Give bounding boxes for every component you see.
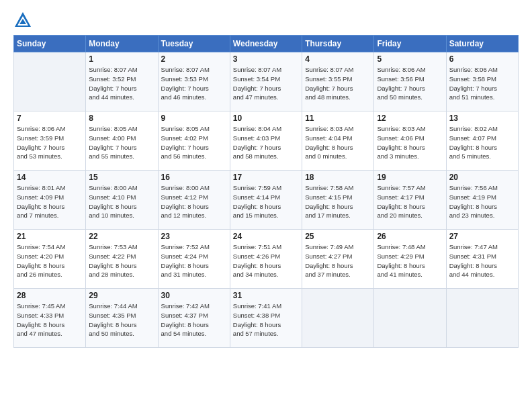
day-info: Sunrise: 8:00 AMSunset: 4:12 PMDaylight:… [161, 183, 227, 220]
day-number: 9 [161, 113, 227, 123]
day-number: 6 [449, 54, 515, 64]
day-info: Sunrise: 7:54 AMSunset: 4:20 PMDaylight:… [17, 242, 83, 279]
weekday-header-thursday: Thursday [302, 36, 374, 52]
day-info: Sunrise: 8:03 AMSunset: 4:04 PMDaylight:… [305, 124, 371, 161]
day-number: 17 [233, 173, 299, 182]
calendar-cell: 15Sunrise: 8:00 AMSunset: 4:10 PMDayligh… [86, 171, 158, 230]
calendar-cell: 10Sunrise: 8:04 AMSunset: 4:03 PMDayligh… [230, 111, 302, 171]
calendar-cell [374, 289, 446, 348]
weekday-header-saturday: Saturday [446, 36, 518, 52]
day-number: 7 [17, 113, 83, 123]
calendar-cell: 31Sunrise: 7:41 AMSunset: 4:38 PMDayligh… [230, 289, 302, 348]
day-info: Sunrise: 8:01 AMSunset: 4:09 PMDaylight:… [17, 183, 83, 220]
day-info: Sunrise: 7:47 AMSunset: 4:31 PMDaylight:… [449, 242, 515, 279]
day-number: 26 [377, 232, 443, 241]
day-info: Sunrise: 8:07 AMSunset: 3:53 PMDaylight:… [161, 65, 227, 102]
calendar-cell: 24Sunrise: 7:51 AMSunset: 4:26 PMDayligh… [230, 230, 302, 289]
calendar-cell: 26Sunrise: 7:48 AMSunset: 4:29 PMDayligh… [374, 230, 446, 289]
day-info: Sunrise: 7:56 AMSunset: 4:19 PMDaylight:… [449, 183, 515, 220]
day-info: Sunrise: 7:53 AMSunset: 4:22 PMDaylight:… [89, 242, 154, 279]
day-info: Sunrise: 7:49 AMSunset: 4:27 PMDaylight:… [305, 242, 371, 279]
day-info: Sunrise: 7:42 AMSunset: 4:37 PMDaylight:… [161, 302, 227, 338]
day-info: Sunrise: 7:44 AMSunset: 4:35 PMDaylight:… [89, 302, 154, 338]
day-number: 16 [161, 173, 227, 182]
day-info: Sunrise: 8:06 AMSunset: 3:59 PMDaylight:… [17, 124, 83, 161]
day-number: 13 [449, 113, 515, 123]
calendar-cell: 21Sunrise: 7:54 AMSunset: 4:20 PMDayligh… [14, 230, 86, 289]
day-info: Sunrise: 7:51 AMSunset: 4:26 PMDaylight:… [233, 242, 299, 279]
day-number: 4 [305, 54, 371, 64]
day-number: 14 [17, 173, 83, 182]
calendar-cell: 25Sunrise: 7:49 AMSunset: 4:27 PMDayligh… [302, 230, 374, 289]
day-info: Sunrise: 8:06 AMSunset: 3:56 PMDaylight:… [377, 65, 443, 102]
day-info: Sunrise: 7:48 AMSunset: 4:29 PMDaylight:… [377, 242, 443, 279]
day-info: Sunrise: 8:04 AMSunset: 4:03 PMDaylight:… [233, 124, 299, 161]
calendar-cell: 28Sunrise: 7:45 AMSunset: 4:33 PMDayligh… [14, 289, 86, 348]
calendar-cell [302, 289, 374, 348]
header [13, 11, 519, 30]
day-info: Sunrise: 7:59 AMSunset: 4:14 PMDaylight:… [233, 183, 299, 220]
calendar-cell: 3Sunrise: 8:07 AMSunset: 3:54 PMDaylight… [230, 52, 302, 111]
day-info: Sunrise: 7:52 AMSunset: 4:24 PMDaylight:… [161, 242, 227, 279]
day-number: 20 [449, 173, 515, 182]
calendar-cell [446, 289, 518, 348]
calendar-cell: 7Sunrise: 8:06 AMSunset: 3:59 PMDaylight… [14, 111, 86, 171]
calendar-cell: 14Sunrise: 8:01 AMSunset: 4:09 PMDayligh… [14, 171, 86, 230]
day-number: 1 [89, 54, 154, 64]
weekday-header-friday: Friday [374, 36, 446, 52]
day-number: 31 [233, 291, 299, 300]
weekday-header-row: SundayMondayTuesdayWednesdayThursdayFrid… [14, 36, 519, 52]
calendar-cell: 17Sunrise: 7:59 AMSunset: 4:14 PMDayligh… [230, 171, 302, 230]
day-number: 10 [233, 113, 299, 123]
calendar-cell: 4Sunrise: 8:07 AMSunset: 3:55 PMDaylight… [302, 52, 374, 111]
day-info: Sunrise: 8:05 AMSunset: 4:02 PMDaylight:… [161, 124, 227, 161]
week-row-4: 21Sunrise: 7:54 AMSunset: 4:20 PMDayligh… [14, 230, 519, 289]
day-info: Sunrise: 7:57 AMSunset: 4:17 PMDaylight:… [377, 183, 443, 220]
calendar-cell: 6Sunrise: 8:06 AMSunset: 3:58 PMDaylight… [446, 52, 518, 111]
day-number: 24 [233, 232, 299, 241]
day-info: Sunrise: 8:07 AMSunset: 3:54 PMDaylight:… [233, 65, 299, 102]
day-number: 3 [233, 54, 299, 64]
day-number: 8 [89, 113, 154, 123]
calendar-cell: 27Sunrise: 7:47 AMSunset: 4:31 PMDayligh… [446, 230, 518, 289]
day-info: Sunrise: 7:41 AMSunset: 4:38 PMDaylight:… [233, 302, 299, 338]
calendar-cell: 12Sunrise: 8:03 AMSunset: 4:06 PMDayligh… [374, 111, 446, 171]
calendar-cell: 16Sunrise: 8:00 AMSunset: 4:12 PMDayligh… [158, 171, 230, 230]
calendar-cell: 11Sunrise: 8:03 AMSunset: 4:04 PMDayligh… [302, 111, 374, 171]
week-row-5: 28Sunrise: 7:45 AMSunset: 4:33 PMDayligh… [14, 289, 519, 348]
day-info: Sunrise: 8:00 AMSunset: 4:10 PMDaylight:… [89, 183, 154, 220]
day-number: 19 [377, 173, 443, 182]
day-number: 21 [17, 232, 83, 241]
calendar-cell: 18Sunrise: 7:58 AMSunset: 4:15 PMDayligh… [302, 171, 374, 230]
day-number: 2 [161, 54, 227, 64]
calendar-cell: 30Sunrise: 7:42 AMSunset: 4:37 PMDayligh… [158, 289, 230, 348]
week-row-1: 1Sunrise: 8:07 AMSunset: 3:52 PMDaylight… [14, 52, 519, 111]
calendar-table: SundayMondayTuesdayWednesdayThursdayFrid… [13, 35, 519, 348]
day-info: Sunrise: 8:07 AMSunset: 3:52 PMDaylight:… [89, 65, 154, 102]
day-info: Sunrise: 7:58 AMSunset: 4:15 PMDaylight:… [305, 183, 371, 220]
day-info: Sunrise: 8:02 AMSunset: 4:07 PMDaylight:… [449, 124, 515, 161]
day-number: 5 [377, 54, 443, 64]
weekday-header-sunday: Sunday [14, 36, 86, 52]
day-number: 15 [89, 173, 154, 182]
day-number: 18 [305, 173, 371, 182]
calendar-cell: 9Sunrise: 8:05 AMSunset: 4:02 PMDaylight… [158, 111, 230, 171]
day-number: 11 [305, 113, 371, 123]
day-number: 25 [305, 232, 371, 241]
day-number: 12 [377, 113, 443, 123]
weekday-header-wednesday: Wednesday [230, 36, 302, 52]
day-info: Sunrise: 7:45 AMSunset: 4:33 PMDaylight:… [17, 302, 83, 338]
day-number: 22 [89, 232, 154, 241]
calendar-cell: 13Sunrise: 8:02 AMSunset: 4:07 PMDayligh… [446, 111, 518, 171]
weekday-header-tuesday: Tuesday [158, 36, 230, 52]
week-row-2: 7Sunrise: 8:06 AMSunset: 3:59 PMDaylight… [14, 111, 519, 171]
calendar-cell: 1Sunrise: 8:07 AMSunset: 3:52 PMDaylight… [86, 52, 158, 111]
calendar-cell: 2Sunrise: 8:07 AMSunset: 3:53 PMDaylight… [158, 52, 230, 111]
calendar-cell: 8Sunrise: 8:05 AMSunset: 4:00 PMDaylight… [86, 111, 158, 171]
day-number: 28 [17, 291, 83, 300]
day-number: 27 [449, 232, 515, 241]
calendar-cell: 23Sunrise: 7:52 AMSunset: 4:24 PMDayligh… [158, 230, 230, 289]
page: SundayMondayTuesdayWednesdayThursdayFrid… [0, 0, 532, 411]
day-info: Sunrise: 8:07 AMSunset: 3:55 PMDaylight:… [305, 65, 371, 102]
logo [13, 11, 35, 30]
